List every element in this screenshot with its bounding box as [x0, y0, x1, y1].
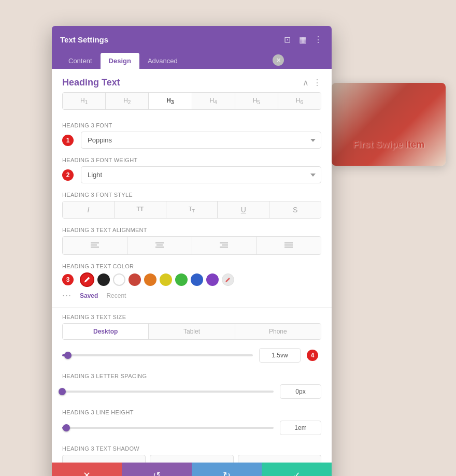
- modal-title: Text Settings: [60, 35, 108, 44]
- text-size-value[interactable]: [259, 348, 301, 363]
- shadow-input-3[interactable]: [238, 455, 321, 463]
- heading-level-h6[interactable]: H6: [278, 93, 321, 109]
- font-weight-select[interactable]: Light: [81, 166, 321, 183]
- letter-spacing-thumb[interactable]: [59, 388, 66, 395]
- section-header-icons: ∧ ⋮: [303, 78, 321, 88]
- heading-level-h4[interactable]: H4: [192, 93, 235, 109]
- device-tab-phone[interactable]: Phone: [235, 324, 321, 339]
- saved-colors-link[interactable]: Saved: [80, 292, 98, 299]
- text-shadow-row: Heading 3 Text Shadow: [52, 441, 332, 463]
- font-label: Heading 3 Font: [62, 122, 321, 128]
- more-colors-button[interactable]: ···: [62, 290, 72, 301]
- badge-3: 3: [62, 274, 74, 285]
- tab-content[interactable]: Content: [60, 53, 101, 69]
- style-uppercase[interactable]: TT: [115, 201, 166, 218]
- color-black[interactable]: [97, 273, 110, 286]
- shadow-inputs: [62, 455, 321, 463]
- line-height-thumb[interactable]: [63, 424, 70, 431]
- shadow-input-2[interactable]: [150, 455, 233, 463]
- panel-close-button[interactable]: ✕: [273, 54, 284, 66]
- align-right[interactable]: [192, 237, 257, 254]
- font-style-buttons: I TT TT U S: [62, 201, 321, 219]
- color-picker-button[interactable]: [80, 272, 94, 287]
- save-button[interactable]: ✓: [262, 463, 332, 476]
- letter-spacing-slider[interactable]: [62, 391, 274, 393]
- badge-2: 2: [62, 169, 74, 181]
- font-style-row: Heading 3 Font Style I TT TT U S: [52, 187, 332, 223]
- line-height-label: Heading 3 Line Height: [62, 409, 321, 415]
- align-left[interactable]: [63, 237, 127, 254]
- text-color-row: Heading 3 Text Color 3 ···: [52, 259, 332, 305]
- section-title: Heading Text: [62, 77, 120, 88]
- heading-level-h5[interactable]: H5: [235, 93, 278, 109]
- undo-button[interactable]: ↺: [122, 463, 192, 476]
- modal-header: Text Settings ⊡ ▦ ⋮: [52, 26, 332, 53]
- font-weight-label: Heading 3 Font Weight: [62, 157, 321, 163]
- line-height-slider-row: [62, 419, 321, 437]
- text-size-slider[interactable]: [62, 354, 253, 356]
- responsive-icon[interactable]: ⊡: [282, 34, 292, 45]
- color-blue[interactable]: [191, 273, 203, 286]
- preview-card-background: First Swipe Item: [332, 83, 446, 166]
- font-select[interactable]: Poppins: [81, 132, 321, 149]
- color-orange[interactable]: [144, 273, 156, 286]
- heading-level-h1[interactable]: H1: [63, 93, 106, 109]
- line-height-value[interactable]: [280, 421, 321, 435]
- color-green[interactable]: [175, 273, 188, 286]
- color-purple[interactable]: [206, 273, 219, 286]
- font-style-label: Heading 3 Font Style: [62, 192, 321, 198]
- text-size-slider-row: 4: [62, 346, 321, 365]
- header-icons: ⊡ ▦ ⋮: [282, 34, 323, 45]
- text-alignment-row: Heading 3 Text Alignment: [52, 223, 332, 259]
- heading-levels: H1 H2 H3 H4 H5 H6: [62, 92, 321, 110]
- layout-icon[interactable]: ▦: [297, 34, 308, 45]
- preview-card: First Swipe Item: [332, 83, 446, 166]
- section-header: Heading Text ∧ ⋮: [52, 69, 332, 92]
- alignment-label: Heading 3 Text Alignment: [62, 227, 321, 233]
- text-size-row: Heading 3 Text Size Desktop Tablet Phone…: [52, 310, 332, 369]
- cancel-button[interactable]: ✕: [52, 463, 122, 476]
- color-pencil[interactable]: [222, 273, 234, 286]
- preview-area: First Swipe Item: [321, 0, 456, 476]
- color-white[interactable]: [113, 273, 125, 286]
- font-weight-row: Heading 3 Font Weight 2 Light: [52, 153, 332, 187]
- color-red[interactable]: [129, 273, 141, 286]
- tab-bar: Content Design Advanced: [52, 53, 332, 69]
- device-tab-tablet[interactable]: Tablet: [149, 324, 235, 339]
- device-tab-desktop[interactable]: Desktop: [63, 324, 149, 339]
- text-size-slider-thumb[interactable]: [64, 352, 72, 359]
- divider-1: [52, 307, 332, 308]
- style-capitalize[interactable]: TT: [166, 201, 218, 218]
- badge-1: 1: [62, 135, 74, 146]
- letter-spacing-row: Heading 3 Letter Spacing: [52, 369, 332, 405]
- device-tabs: Desktop Tablet Phone: [62, 323, 321, 340]
- shadow-input-1[interactable]: [62, 455, 146, 463]
- recent-colors-link[interactable]: Recent: [106, 292, 126, 299]
- color-row: 3: [62, 272, 321, 287]
- style-italic[interactable]: I: [63, 201, 115, 218]
- color-yellow[interactable]: [160, 273, 172, 286]
- modal-body: Heading Text ∧ ⋮ H1 H2 H3 H4 H5 H6 Headi…: [52, 69, 332, 463]
- tab-advanced[interactable]: Advanced: [139, 53, 186, 69]
- color-row-actions: ··· Saved Recent: [62, 290, 321, 301]
- color-label: Heading 3 Text Color: [62, 263, 321, 269]
- badge-4: 4: [307, 350, 318, 361]
- tab-design[interactable]: Design: [101, 53, 139, 69]
- line-height-row: Heading 3 Line Height: [52, 405, 332, 441]
- style-underline[interactable]: U: [218, 201, 269, 218]
- text-shadow-label: Heading 3 Text Shadow: [62, 445, 321, 452]
- letter-spacing-value[interactable]: [280, 384, 321, 399]
- alignment-buttons: [62, 236, 321, 255]
- style-strikethrough[interactable]: S: [269, 201, 321, 218]
- collapse-icon[interactable]: ∧: [303, 78, 309, 88]
- align-center[interactable]: [127, 237, 192, 254]
- line-height-slider[interactable]: [62, 427, 274, 429]
- redo-button[interactable]: ↻: [192, 463, 262, 476]
- letter-spacing-slider-row: [62, 382, 321, 401]
- heading-level-h3[interactable]: H3: [149, 93, 192, 109]
- align-justify[interactable]: [256, 237, 321, 254]
- more-icon[interactable]: ⋮: [313, 34, 323, 45]
- heading-level-h2[interactable]: H2: [106, 93, 149, 109]
- section-more-icon[interactable]: ⋮: [313, 78, 321, 88]
- modal-footer: ✕ ↺ ↻ ✓: [52, 463, 332, 476]
